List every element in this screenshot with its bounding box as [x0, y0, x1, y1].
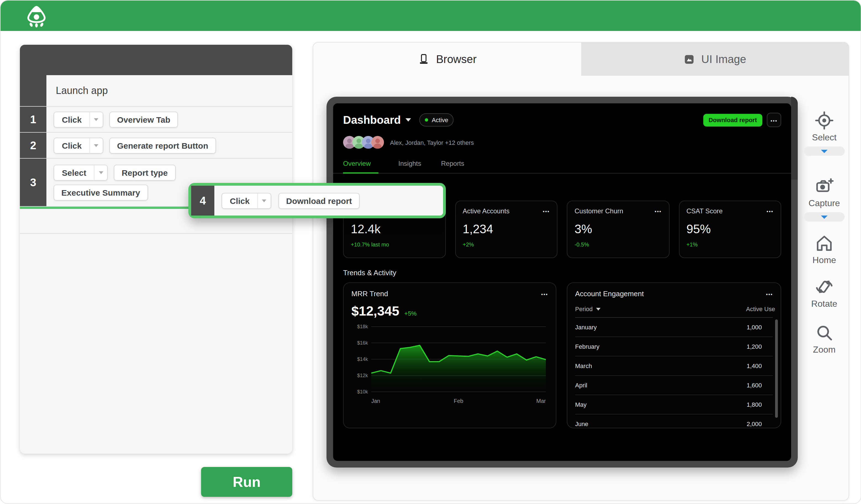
dashboard-title: Dashboard	[343, 113, 401, 126]
tools-sidebar: Select Capture Home R	[803, 110, 846, 355]
svg-text:$10k: $10k	[357, 389, 368, 395]
workflow-row-step-1[interactable]: 1 Click Overview Tab	[20, 107, 292, 133]
ellipsis-icon[interactable]	[766, 289, 773, 298]
tab-reports[interactable]: Reports	[441, 160, 464, 173]
collaborators-row: Alex, Jordan, Taylor +12 others	[333, 127, 791, 149]
metric-title: Active Accounts	[463, 207, 509, 215]
action-dropdown[interactable]: Click	[54, 111, 103, 127]
chevron-down-icon[interactable]	[90, 138, 103, 153]
action-dropdown[interactable]: Click	[54, 137, 103, 153]
table-scrollbar-thumb[interactable]	[775, 319, 778, 418]
action-label: Select	[54, 165, 94, 180]
action-label: Click	[54, 112, 90, 127]
svg-text:Feb: Feb	[454, 398, 463, 404]
period-cell: March	[575, 363, 592, 369]
value-cell: 1,400	[747, 363, 773, 369]
tool-label: Rotate	[811, 299, 837, 309]
metric-value: 12.4k	[351, 222, 438, 236]
dashboard-tab-bar: Overview Insights Reports	[333, 149, 791, 174]
download-report-button[interactable]: Download report	[703, 113, 762, 126]
more-menu-button[interactable]	[767, 113, 781, 127]
dragged-step-card[interactable]: 4 Click Download report	[188, 183, 446, 218]
target-button[interactable]: Report type	[114, 164, 175, 180]
frame-scrollbar-thumb[interactable]	[791, 97, 798, 180]
chevron-down-icon[interactable]	[94, 165, 107, 180]
chevron-down-icon[interactable]	[90, 112, 103, 127]
tool-select[interactable]: Select	[804, 110, 845, 156]
ellipsis-icon[interactable]	[543, 207, 550, 215]
card-title: Account Engagement	[575, 289, 644, 298]
tool-rotate[interactable]: Rotate	[811, 276, 837, 309]
device-frame: Dashboard Active Download report Alex, J…	[327, 97, 798, 467]
column-active-users[interactable]: Active Use	[746, 305, 775, 312]
metric-delta: +10.7% last mo	[351, 242, 438, 248]
metric-value: 95%	[686, 222, 774, 236]
tool-label: Home	[812, 255, 836, 265]
period-cell: May	[575, 401, 587, 408]
run-button[interactable]: Run	[201, 467, 292, 497]
action-label: Click	[54, 138, 90, 153]
tool-home[interactable]: Home	[812, 233, 836, 265]
svg-text:Mar: Mar	[536, 398, 546, 404]
value-cell: 1,800	[747, 401, 773, 408]
viewer-tab-bar: Browser UI Image	[313, 43, 849, 76]
camera-capture-icon	[814, 176, 835, 197]
tool-dropdown[interactable]	[804, 147, 845, 156]
magnifier-zoom-icon	[814, 322, 835, 343]
action-dropdown[interactable]: Select	[54, 164, 108, 180]
tab-browser[interactable]: Browser	[313, 43, 581, 76]
svg-text:$14k: $14k	[357, 356, 368, 362]
tab-insights[interactable]: Insights	[398, 160, 421, 173]
period-cell: April	[575, 382, 587, 389]
tab-browser-label: Browser	[436, 53, 477, 66]
sort-caret-icon[interactable]	[596, 308, 601, 310]
ellipsis-icon	[771, 115, 778, 125]
action-label: Click	[222, 193, 257, 208]
section-title: Trends & Activity	[333, 258, 791, 277]
target-button[interactable]: Generate report Button	[109, 137, 216, 153]
value-cell: 2,000	[747, 421, 773, 427]
metric-delta: +2%	[463, 242, 550, 248]
ellipsis-icon[interactable]	[767, 207, 774, 215]
tool-zoom[interactable]: Zoom	[813, 322, 836, 355]
image-icon	[684, 53, 695, 65]
chevron-down-icon[interactable]	[406, 118, 411, 122]
chevron-down-icon[interactable]	[257, 193, 271, 208]
action-dropdown[interactable]: Click	[221, 193, 271, 209]
launch-app-label: Launch app	[46, 85, 108, 96]
metric-delta: +1%	[686, 242, 774, 248]
target-button[interactable]: Overview Tab	[109, 111, 178, 127]
svg-text:$18k: $18k	[357, 324, 368, 329]
tool-dropdown[interactable]	[804, 212, 845, 222]
target-button[interactable]: Download report	[278, 193, 360, 209]
ellipsis-icon[interactable]	[541, 289, 548, 298]
tab-ui-image[interactable]: UI Image	[581, 43, 849, 76]
status-badge: Active	[420, 113, 454, 126]
metric-card: CSAT Score 95% +1%	[679, 201, 781, 258]
avatar	[371, 136, 384, 149]
chevron-down-icon	[821, 215, 828, 219]
value-cell: 1,000	[747, 324, 773, 330]
table-row[interactable]: May1,800	[575, 395, 773, 414]
step-number-cell: 2	[20, 133, 46, 158]
table-row[interactable]: January1,000	[575, 318, 773, 337]
tool-capture[interactable]: Capture	[804, 176, 845, 222]
table-row[interactable]: June2,000	[575, 414, 773, 428]
table-row[interactable]: February1,200	[575, 337, 773, 356]
metric-value: 1,234	[463, 222, 550, 236]
workflow-row-launch-app[interactable]: Launch app	[20, 75, 292, 107]
ellipsis-icon[interactable]	[655, 207, 661, 215]
target-select-icon	[814, 110, 835, 131]
metric-card: Active Accounts 1,234 +2%	[455, 201, 557, 258]
top-bar	[1, 1, 860, 31]
chevron-down-icon	[821, 149, 828, 153]
workflow-row-step-2[interactable]: 2 Click Generate report Button	[20, 133, 292, 159]
mrr-trend-card: MRR Trend $12,345 +5% $18k$16k$14k$12k$1…	[343, 282, 556, 428]
mrr-value: $12,345	[351, 303, 399, 319]
selected-value-button[interactable]: Executive Summary	[54, 184, 148, 200]
tab-overview[interactable]: Overview	[343, 160, 379, 174]
table-row[interactable]: March1,400	[575, 356, 773, 376]
table-row[interactable]: April1,600	[575, 376, 773, 395]
card-title: MRR Trend	[351, 289, 388, 298]
column-period[interactable]: Period	[575, 305, 593, 312]
